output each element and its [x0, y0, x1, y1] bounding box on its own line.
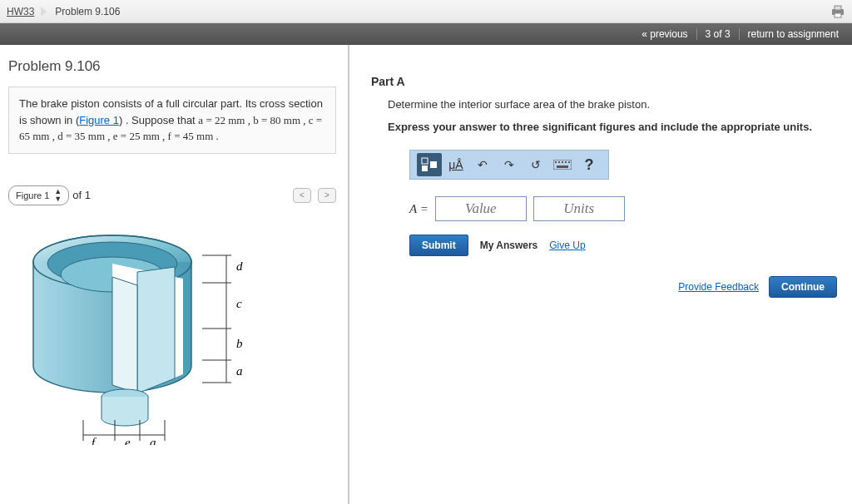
breadcrumb-problem: Problem 9.106 [55, 6, 120, 17]
instruction-text: Express your answer to three significant… [371, 121, 840, 133]
stepper-icon[interactable]: ▲▼ [54, 188, 62, 203]
submit-row: Submit My Answers Give Up [409, 235, 840, 256]
nav-bar: « previous 3 of 3 return to assignment [0, 23, 852, 45]
equation-toolbar: μÅ ↶ ↷ ↺ ? [409, 150, 609, 180]
my-answers-link[interactable]: My Answers [480, 240, 538, 251]
breadcrumb-bar: HW33 Problem 9.106 [0, 0, 852, 23]
units-button[interactable]: μÅ [443, 153, 468, 176]
breadcrumb-hw[interactable]: HW33 [7, 6, 34, 17]
answer-row: A = [409, 196, 840, 221]
right-panel: Part A Determine the interior surface ar… [349, 45, 852, 504]
submit-button[interactable]: Submit [409, 235, 468, 256]
dim-a2: a [150, 436, 156, 445]
answer-label: A = [409, 202, 428, 216]
dim-e: e [125, 436, 131, 445]
provide-feedback-link[interactable]: Provide Feedback [678, 281, 759, 293]
continue-button[interactable]: Continue [769, 276, 837, 298]
svg-rect-24 [558, 161, 560, 163]
svg-rect-25 [562, 161, 563, 163]
main-content: Problem 9.106 The brake piston consists … [0, 45, 852, 504]
svg-rect-28 [557, 166, 568, 168]
template-icon[interactable] [417, 153, 442, 176]
figure-selector-label: Figure 1 [16, 190, 49, 200]
figure-image: d c b a f e a [8, 212, 308, 445]
give-up-link[interactable]: Give Up [549, 240, 585, 251]
undo-icon[interactable]: ↶ [470, 153, 495, 176]
chevron-right-icon [41, 7, 47, 17]
help-button[interactable]: ? [577, 153, 602, 176]
nav-previous[interactable]: « previous [633, 28, 696, 40]
svg-rect-2 [835, 13, 841, 17]
figure-of-label: of 1 [72, 189, 91, 201]
svg-rect-19 [422, 158, 428, 164]
figure-prev-button[interactable]: < [293, 188, 311, 203]
desc-text-post: ) . Suppose that [119, 114, 198, 126]
reset-icon[interactable]: ↺ [523, 153, 548, 176]
svg-rect-1 [835, 6, 841, 10]
svg-rect-20 [422, 166, 428, 171]
problem-description: The brake piston consists of a full circ… [8, 86, 336, 154]
keyboard-icon[interactable] [550, 153, 575, 176]
left-panel: Problem 9.106 The brake piston consists … [0, 45, 349, 504]
problem-title: Problem 9.106 [8, 58, 336, 75]
svg-rect-21 [430, 161, 437, 168]
nav-position: 3 of 3 [696, 28, 739, 40]
value-input[interactable] [435, 196, 527, 221]
answer-area: μÅ ↶ ↷ ↺ ? A = Submit My Answers Give Up [409, 150, 840, 256]
bottom-row: Provide Feedback Continue [371, 276, 840, 298]
dim-f: f [92, 436, 97, 445]
dim-d: d [236, 259, 243, 273]
dim-b: b [236, 337, 243, 350]
figure-link[interactable]: Figure 1 [79, 114, 119, 126]
figure-next-button[interactable]: > [318, 188, 336, 203]
part-heading: Part A [371, 75, 840, 88]
redo-icon[interactable]: ↷ [497, 153, 522, 176]
svg-rect-22 [553, 160, 572, 170]
print-icon[interactable] [830, 5, 845, 18]
question-text: Determine the interior surface area of t… [371, 98, 840, 111]
nav-return[interactable]: return to assignment [739, 28, 847, 40]
svg-rect-26 [565, 161, 567, 163]
svg-rect-27 [568, 161, 570, 163]
dim-a: a [236, 364, 243, 378]
units-input[interactable] [533, 196, 625, 221]
dim-c: c [236, 297, 242, 310]
figure-nav: Figure 1 ▲▼ of 1 < > [8, 185, 336, 205]
figure-selector[interactable]: Figure 1 ▲▼ [8, 185, 69, 205]
svg-rect-23 [555, 161, 557, 163]
